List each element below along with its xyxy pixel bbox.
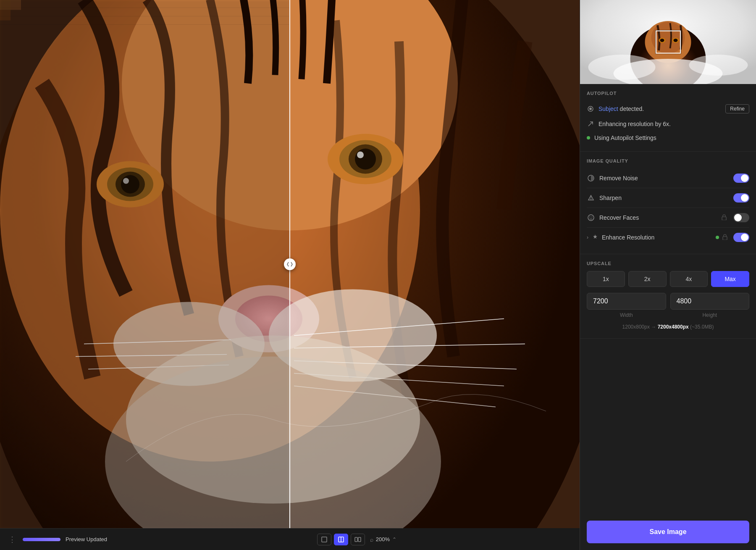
right-panel: AUTOPILOT Subject detected. Refine Enhan… [580, 0, 756, 550]
split-view-button[interactable] [334, 534, 348, 545]
svg-point-15 [357, 152, 364, 158]
upscale-buttons: 1x 2x 4x Max [587, 271, 749, 287]
menu-dots-icon[interactable]: ⋮ [7, 533, 18, 546]
progress-fill [23, 538, 60, 541]
recover-faces-lock-icon [722, 214, 727, 221]
enhance-chevron-icon[interactable]: › [587, 234, 588, 240]
recover-faces-row: Recover Faces [587, 208, 749, 228]
upscale-section: UPSCALE 1x 2x 4x Max 7200 Width 4800 Hei… [580, 254, 756, 339]
svg-rect-43 [355, 537, 357, 542]
panel-spacer [580, 339, 756, 514]
progress-bar [23, 538, 60, 541]
divider-handle[interactable] [284, 258, 296, 270]
autopilot-settings-label: Using Autopilot Settings [594, 134, 656, 141]
subject-detected-icon [587, 105, 594, 113]
upscale-2x-button[interactable]: 2x [628, 271, 667, 287]
enhance-lock-icon [722, 234, 727, 241]
svg-point-62 [592, 217, 593, 218]
width-input-group: 7200 Width [587, 293, 666, 318]
remove-noise-icon [587, 174, 595, 182]
svg-rect-63 [722, 217, 726, 220]
height-label: Height [670, 312, 750, 318]
image-quality-title: IMAGE QUALITY [587, 158, 749, 163]
sharpen-row: Sharpen [587, 188, 749, 208]
thumbnail-selection-box[interactable] [656, 31, 681, 54]
sharpen-label: Sharpen [599, 195, 729, 201]
zoom-control: ⌕ 200% ⌃ [370, 536, 396, 543]
upscale-title: UPSCALE [587, 261, 749, 266]
comparison-container [0, 0, 580, 528]
svg-rect-34 [0, 0, 290, 528]
remove-noise-label: Remove Noise [599, 175, 729, 182]
resolution-from: 1200x800px [622, 324, 650, 330]
main-container: ⋮ Preview Updated ⌕ 200% ⌃ [0, 0, 756, 550]
side-by-side-view-button[interactable] [351, 534, 365, 545]
subject-text: Subject detected. [598, 105, 721, 112]
image-quality-section: IMAGE QUALITY Remove Noise Sharpen [580, 152, 756, 254]
enhance-resolution-row: › Enhance Resolution [587, 228, 749, 247]
enhance-stars-icon [592, 234, 598, 242]
width-value[interactable]: 7200 [587, 293, 666, 310]
zoom-icon: ⌕ [370, 536, 373, 543]
green-dot-icon [587, 136, 590, 139]
sharpen-toggle[interactable] [733, 193, 749, 203]
remove-noise-row: Remove Noise [587, 168, 749, 188]
sharpen-icon [587, 194, 595, 202]
comparison-divider[interactable] [289, 0, 290, 528]
upscale-1x-button[interactable]: 1x [587, 271, 625, 287]
resolution-size: (~35.0MB) [690, 324, 714, 330]
detected-label: detected. [618, 105, 644, 112]
save-section: Save Image [580, 514, 756, 550]
view-controls [317, 534, 365, 545]
autopilot-section: AUTOPILOT Subject detected. Refine Enhan… [580, 84, 756, 152]
svg-rect-44 [358, 537, 361, 542]
svg-rect-64 [723, 237, 727, 240]
image-area[interactable] [0, 0, 580, 528]
remove-noise-toggle[interactable] [733, 174, 749, 183]
single-view-button[interactable] [317, 534, 331, 545]
refine-button[interactable]: Refine [725, 104, 749, 113]
upscale-4x-button[interactable]: 4x [670, 271, 708, 287]
upscale-max-button[interactable]: Max [711, 271, 749, 287]
recover-faces-toggle[interactable] [733, 213, 749, 222]
subject-highlight: Subject [598, 105, 618, 112]
zoom-level: 200% [376, 536, 390, 542]
height-input-group: 4800 Height [670, 293, 750, 318]
autopilot-enhancing-row: Enhancing resolution by 6x. [587, 117, 749, 131]
main-area-wrapper: ⋮ Preview Updated ⌕ 200% ⌃ [0, 0, 580, 550]
enhance-arrow-icon [587, 120, 594, 128]
recover-faces-label: Recover Faces [599, 214, 717, 221]
zoom-chevron-icon[interactable]: ⌃ [392, 537, 396, 542]
svg-rect-40 [322, 537, 327, 542]
svg-point-14 [355, 149, 376, 170]
enhance-resolution-toggle[interactable] [733, 233, 749, 242]
svg-point-60 [588, 215, 594, 221]
height-value[interactable]: 4800 [670, 293, 750, 310]
enhance-resolution-label: Enhance Resolution [602, 234, 712, 241]
autopilot-settings-row: Using Autopilot Settings [587, 131, 749, 145]
preview-status: Preview Updated [66, 536, 107, 542]
resolution-to: 7200x4800px [658, 324, 689, 330]
svg-point-54 [588, 55, 656, 80]
enhance-green-dot-icon [716, 236, 719, 239]
width-label: Width [587, 312, 666, 318]
thumbnail-area [580, 0, 756, 84]
svg-point-61 [590, 217, 591, 218]
autopilot-title: AUTOPILOT [587, 91, 749, 96]
recover-faces-icon [587, 213, 595, 222]
bottom-toolbar: ⋮ Preview Updated ⌕ 200% ⌃ [0, 528, 403, 550]
svg-point-57 [589, 108, 592, 110]
autopilot-subject-row: Subject detected. Refine [587, 101, 749, 117]
save-image-button[interactable]: Save Image [587, 521, 749, 543]
svg-point-55 [689, 55, 748, 76]
dimension-inputs: 7200 Width 4800 Height [587, 293, 749, 318]
enhancing-label: Enhancing resolution by 6x. [598, 121, 671, 127]
resolution-info: 1200x800px → 7200x4800px (~35.0MB) [587, 322, 749, 332]
resolution-arrow: → [651, 324, 657, 330]
